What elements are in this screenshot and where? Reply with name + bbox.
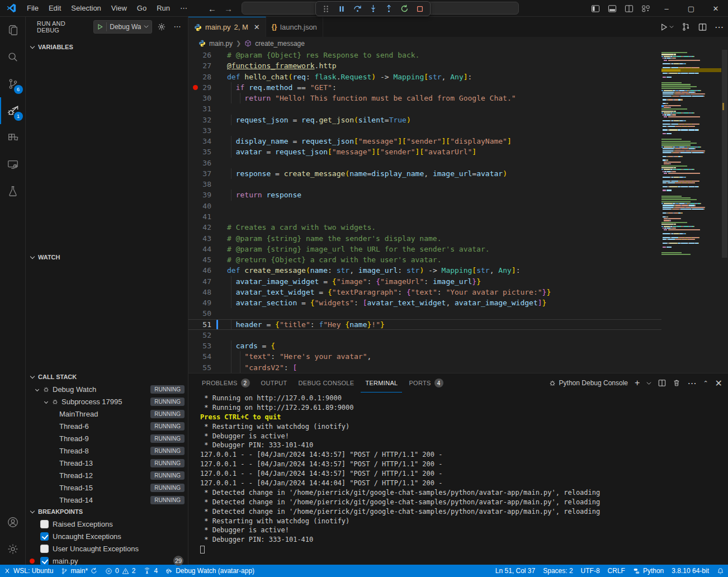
code-line[interactable]: 49 avatar_section = {"widgets": [avatar_…: [188, 297, 661, 308]
code-line[interactable]: 54 "text": "Here's your avatar",: [188, 351, 661, 362]
breakpoint-checkbox[interactable]: [40, 545, 49, 553]
more-actions-icon[interactable]: ⋯: [715, 22, 724, 32]
new-terminal-icon[interactable]: +: [635, 378, 640, 388]
breakpoint-checkbox[interactable]: [40, 520, 49, 528]
code-editor[interactable]: 26# @param {Object} res Response to send…: [188, 50, 728, 373]
stop-icon[interactable]: [413, 3, 427, 15]
call-stack-row[interactable]: Thread-9RUNNING: [26, 432, 188, 444]
call-stack-row[interactable]: Thread-8RUNNING: [26, 444, 188, 457]
code-line[interactable]: 27@functions_framework.http: [188, 60, 661, 71]
more-actions-icon[interactable]: ⋯: [687, 378, 696, 389]
tab-main-py[interactable]: main.py2, M✕: [188, 17, 266, 37]
sidebar-item-run-and-debug[interactable]: 1: [0, 97, 26, 124]
call-stack-row[interactable]: Thread-15RUNNING: [26, 481, 188, 494]
code-line[interactable]: 41: [188, 211, 661, 222]
sidebar-item-source-control[interactable]: 6: [0, 70, 26, 97]
sidebar-item-testing[interactable]: [0, 178, 26, 205]
call-stack-row[interactable]: Thread-6RUNNING: [26, 420, 188, 432]
panel-tab-debug-console[interactable]: DEBUG CONSOLE: [294, 373, 359, 392]
call-stack-row[interactable]: Thread-14RUNNING: [26, 494, 188, 506]
scrollbar-slider[interactable]: [722, 50, 727, 258]
eol[interactable]: CRLF: [604, 565, 629, 577]
call-stack-row[interactable]: Thread-13RUNNING: [26, 457, 188, 469]
code-line[interactable]: 37 response = create_message(name=displa…: [188, 168, 661, 179]
breakpoint-row[interactable]: Uncaught Exceptions: [26, 530, 188, 542]
code-line[interactable]: 44# @param {string} image_url the URL fo…: [188, 244, 661, 254]
call-stack-row[interactable]: Debug WatchRUNNING: [26, 383, 188, 395]
code-line[interactable]: 32 request_json = req.get_json(silent=Tr…: [188, 115, 661, 125]
step-over-icon[interactable]: [351, 3, 364, 15]
code-line[interactable]: 52: [188, 330, 661, 340]
encoding[interactable]: UTF-8: [577, 565, 604, 577]
panel-tab-problems[interactable]: PROBLEMS2: [197, 373, 254, 392]
terminal-profile[interactable]: Python Debug Console: [549, 379, 628, 387]
section-breakpoints[interactable]: BREAKPOINTS: [26, 505, 188, 518]
code-line[interactable]: 48 avatar_text_widget = {"textParagraph"…: [188, 287, 661, 297]
panel-tab-output[interactable]: OUTPUT: [257, 373, 292, 392]
section-watch[interactable]: WATCH: [26, 251, 188, 263]
sidebar-item-extensions[interactable]: [0, 124, 26, 151]
code-line[interactable]: 45# @return {Object} a card with the use…: [188, 254, 661, 265]
menu-file[interactable]: File: [22, 2, 44, 14]
menu-view[interactable]: View: [106, 2, 132, 14]
menu-run[interactable]: Run: [152, 2, 175, 14]
code-line[interactable]: 55 "cardsV2": [: [188, 362, 661, 373]
customize-layout-icon[interactable]: [637, 0, 654, 17]
sidebar-item-explorer[interactable]: [0, 17, 26, 44]
cursor-position[interactable]: Ln 51, Col 37: [491, 565, 539, 577]
sidebar-item-remote-explorer[interactable]: [0, 151, 26, 178]
notifications-bell[interactable]: [713, 565, 728, 577]
drag-grip-icon[interactable]: [319, 3, 333, 15]
menu-edit[interactable]: Edit: [44, 2, 66, 14]
section-variables[interactable]: VARIABLES: [26, 41, 188, 53]
restart-icon[interactable]: [398, 3, 411, 15]
tab-launch-json[interactable]: {}launch.json: [266, 17, 323, 37]
code-line[interactable]: 30 return "Hello! This function must be …: [188, 93, 661, 103]
accounts-icon[interactable]: [0, 509, 26, 536]
close-button[interactable]: ✕: [703, 0, 728, 17]
toggle-sidebar-icon[interactable]: [587, 0, 604, 17]
settings-gear-icon[interactable]: [0, 536, 26, 562]
nav-forward-icon[interactable]: →: [224, 4, 233, 13]
step-out-icon[interactable]: [382, 3, 395, 15]
code-line[interactable]: 50: [188, 308, 661, 319]
call-stack-row[interactable]: MainThreadRUNNING: [26, 408, 188, 420]
code-line[interactable]: 29 if req.method == "GET":: [188, 82, 661, 93]
code-line[interactable]: 43# @param {string} name the sender's di…: [188, 233, 661, 244]
code-line[interactable]: 33: [188, 125, 661, 136]
menu-go[interactable]: Go: [132, 2, 152, 14]
panel-tab-terminal[interactable]: TERMINAL: [361, 373, 402, 392]
split-terminal-icon[interactable]: [658, 379, 666, 387]
breakpoint-checkbox[interactable]: [40, 557, 49, 565]
breadcrumb-symbol[interactable]: create_message: [255, 40, 305, 48]
breakpoint-icon[interactable]: [193, 85, 198, 90]
breakpoint-row[interactable]: User Uncaught Exceptions: [26, 542, 188, 555]
close-icon[interactable]: ✕: [254, 23, 260, 31]
code-line[interactable]: 51 header = {"title": f"Hey {name}!"}: [188, 319, 661, 330]
code-line[interactable]: 38: [188, 179, 661, 190]
split-editor-icon[interactable]: [698, 23, 707, 31]
breakpoint-checkbox[interactable]: [40, 532, 49, 541]
language-mode[interactable]: Python: [629, 565, 668, 577]
menu-[interactable]: ⋯: [175, 2, 192, 14]
python-interpreter[interactable]: 3.8.10 64-bit: [668, 565, 713, 577]
code-line[interactable]: 35 avatar = request_json["message"]["sen…: [188, 146, 661, 157]
run-python-file-icon[interactable]: [660, 23, 674, 31]
call-stack-row[interactable]: Subprocess 17995RUNNING: [26, 395, 188, 408]
code-line[interactable]: 36: [188, 158, 661, 168]
sidebar-item-search[interactable]: [0, 44, 26, 70]
breakpoint-row[interactable]: Raised Exceptions: [26, 518, 188, 530]
code-line[interactable]: 28def hello_chat(req: flask.Request) -> …: [188, 72, 661, 82]
code-line[interactable]: 42# Creates a card with two widgets.: [188, 222, 661, 233]
split-editor-icon[interactable]: [621, 0, 637, 17]
code-line[interactable]: 40: [188, 201, 661, 211]
maximize-panel-icon[interactable]: ⌃: [703, 380, 708, 387]
nav-back-icon[interactable]: ←: [208, 4, 216, 13]
kill-terminal-icon[interactable]: [673, 379, 680, 387]
debug-settings-gear-icon[interactable]: [155, 21, 168, 33]
menu-selection[interactable]: Selection: [66, 2, 106, 14]
breakpoint-row[interactable]: main.py29: [26, 555, 188, 567]
minimize-button[interactable]: –: [654, 0, 679, 17]
code-line[interactable]: 34 display_name = request_json["message"…: [188, 136, 661, 146]
section-call-stack[interactable]: CALL STACK: [26, 371, 188, 383]
